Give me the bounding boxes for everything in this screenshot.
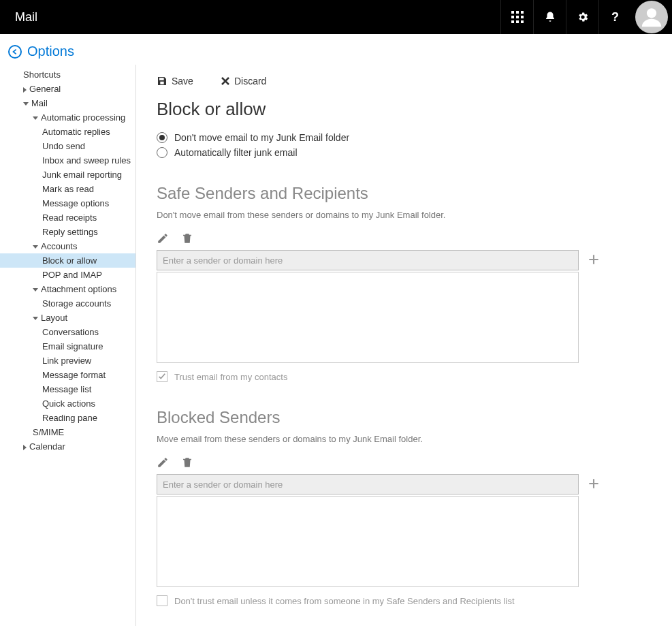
nav-read-receipts[interactable]: Read receipts — [0, 210, 135, 225]
help-button[interactable]: ? — [598, 0, 631, 34]
svg-rect-3 — [511, 16, 514, 18]
caret-icon — [23, 87, 27, 93]
add-safe-sender-button[interactable] — [587, 253, 601, 268]
blocked-senders-heading: Blocked Senders — [157, 408, 652, 427]
options-sidebar: Shortcuts General Mail Automatic process… — [0, 65, 136, 626]
nav-conversations[interactable]: Conversations — [0, 325, 135, 339]
svg-rect-1 — [516, 11, 519, 14]
app-title: Mail — [0, 10, 500, 25]
page-title: Block or allow — [157, 99, 652, 120]
trust-contacts-checkbox[interactable]: Trust email from my contacts — [157, 371, 652, 382]
nav-accounts[interactable]: Accounts — [0, 239, 135, 253]
notifications-button[interactable] — [533, 0, 566, 34]
save-button[interactable]: Save — [157, 76, 193, 87]
nav-quick-actions[interactable]: Quick actions — [0, 396, 135, 411]
caret-icon — [33, 317, 38, 320]
svg-point-9 — [647, 8, 656, 18]
nav-block-or-allow[interactable]: Block or allow — [0, 253, 135, 268]
pencil-icon — [157, 456, 169, 469]
svg-rect-5 — [521, 16, 524, 18]
delete-button[interactable] — [181, 232, 193, 245]
radio-label: Don't move email to my Junk Email folder — [174, 132, 349, 143]
options-label: Options — [27, 44, 74, 59]
nav-mark-as-read[interactable]: Mark as read — [0, 182, 135, 196]
app-launcher-button[interactable] — [500, 0, 533, 34]
caret-icon — [33, 116, 38, 120]
discard-label: Discard — [234, 76, 266, 87]
safe-senders-heading: Safe Senders and Recipients — [157, 184, 652, 203]
options-back-link[interactable]: Options — [0, 34, 672, 65]
plus-icon — [587, 253, 601, 266]
checkbox-label: Don't trust email unless it comes from s… — [174, 596, 515, 606]
save-icon — [157, 76, 167, 87]
discard-button[interactable]: Discard — [221, 76, 266, 87]
blocked-senders-desc: Move email from these senders or domains… — [157, 434, 652, 444]
person-icon — [640, 5, 663, 29]
nav-message-list[interactable]: Message list — [0, 382, 135, 396]
nav-attachment-options[interactable]: Attachment options — [0, 282, 135, 296]
blocked-senders-list[interactable] — [157, 496, 579, 587]
safe-senders-desc: Don't move email from these senders or d… — [157, 210, 652, 220]
save-label: Save — [172, 76, 193, 87]
top-bar: Mail ? — [0, 0, 672, 34]
nav-reply-settings[interactable]: Reply settings — [0, 225, 135, 239]
nav-storage-accounts[interactable]: Storage accounts — [0, 296, 135, 311]
checkbox-icon — [157, 595, 167, 606]
blocked-sender-input[interactable] — [157, 474, 579, 494]
nav-message-format[interactable]: Message format — [0, 368, 135, 382]
svg-rect-2 — [521, 11, 524, 14]
nav-junk-reporting[interactable]: Junk email reporting — [0, 168, 135, 182]
svg-rect-7 — [516, 20, 519, 23]
nav-calendar[interactable]: Calendar — [0, 439, 135, 454]
nav-layout[interactable]: Layout — [0, 311, 135, 325]
edit-button[interactable] — [157, 456, 169, 469]
main-panel: Save Discard Block or allow Don't move e… — [136, 65, 672, 626]
checkbox-label: Trust email from my contacts — [174, 372, 287, 382]
nav-smime[interactable]: S/MIME — [0, 425, 135, 439]
nav-email-signature[interactable]: Email signature — [0, 339, 135, 354]
svg-rect-8 — [521, 20, 524, 23]
nav-shortcuts[interactable]: Shortcuts — [0, 67, 135, 82]
nav-undo-send[interactable]: Undo send — [0, 139, 135, 153]
caret-icon — [23, 102, 29, 106]
safe-sender-input[interactable] — [157, 250, 579, 270]
caret-icon — [33, 245, 38, 249]
gear-icon — [577, 11, 589, 23]
delete-button[interactable] — [181, 456, 193, 469]
dont-trust-checkbox[interactable]: Don't trust email unless it comes from s… — [157, 595, 652, 606]
nav-general[interactable]: General — [0, 82, 135, 96]
nav-mail[interactable]: Mail — [0, 96, 135, 110]
svg-rect-0 — [511, 11, 514, 14]
safe-senders-list[interactable] — [157, 272, 579, 363]
nav-message-options[interactable]: Message options — [0, 196, 135, 210]
checkbox-icon — [157, 371, 167, 382]
radio-label: Automatically filter junk email — [174, 147, 298, 158]
settings-button[interactable] — [566, 0, 598, 34]
nav-link-preview[interactable]: Link preview — [0, 354, 135, 368]
radio-dont-move[interactable]: Don't move email to my Junk Email folder — [157, 132, 652, 143]
svg-rect-4 — [516, 16, 519, 18]
user-avatar[interactable] — [635, 1, 668, 33]
waffle-icon — [511, 11, 524, 23]
radio-icon — [157, 147, 167, 158]
nav-automatic-processing[interactable]: Automatic processing — [0, 110, 135, 125]
help-icon: ? — [611, 10, 619, 25]
nav-automatic-replies[interactable]: Automatic replies — [0, 125, 135, 139]
trash-icon — [181, 232, 193, 245]
caret-icon — [33, 288, 38, 292]
pencil-icon — [157, 232, 169, 245]
bell-icon — [544, 11, 556, 23]
caret-icon — [23, 445, 27, 450]
trash-icon — [181, 456, 193, 469]
nav-pop-imap[interactable]: POP and IMAP — [0, 268, 135, 282]
svg-rect-6 — [511, 20, 514, 23]
add-blocked-sender-button[interactable] — [587, 477, 601, 492]
edit-button[interactable] — [157, 232, 169, 245]
plus-icon — [587, 477, 601, 490]
nav-inbox-sweep[interactable]: Inbox and sweep rules — [0, 153, 135, 168]
radio-auto-filter[interactable]: Automatically filter junk email — [157, 147, 652, 158]
radio-icon — [157, 132, 167, 143]
back-arrow-icon — [8, 45, 22, 59]
close-icon — [221, 76, 230, 86]
nav-reading-pane[interactable]: Reading pane — [0, 411, 135, 425]
